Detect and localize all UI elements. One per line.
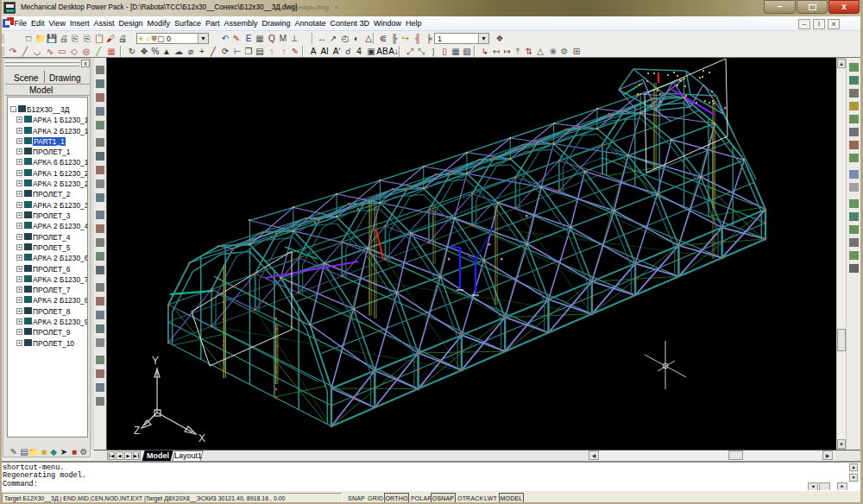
svg-text:Y: Y	[152, 355, 159, 367]
svg-text:X: X	[198, 432, 205, 444]
svg-text:Z: Z	[134, 425, 140, 437]
